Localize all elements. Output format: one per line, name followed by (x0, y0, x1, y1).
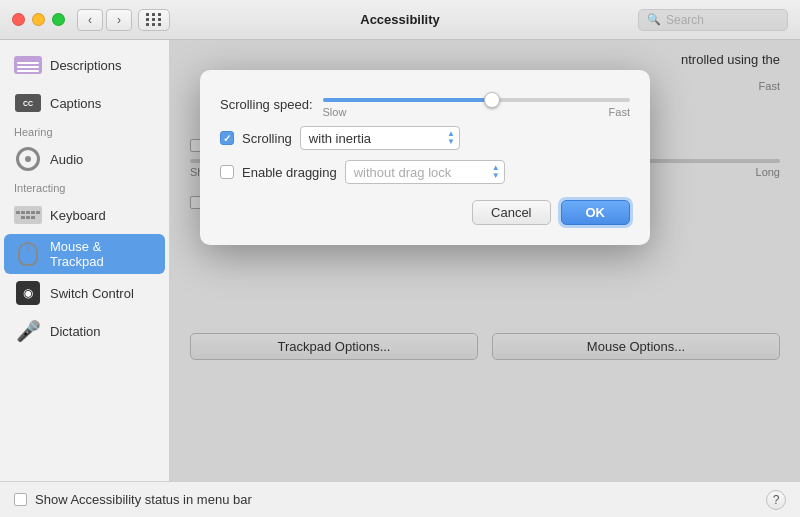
select-arrows-icon: ▲ ▼ (447, 130, 455, 146)
window-title: Accessibility (360, 12, 440, 27)
scrolling-row: Scrolling with inertia ▲ ▼ (220, 126, 630, 150)
status-bar: Show Accessibility status in menu bar ? (0, 481, 800, 517)
drag-select-arrows-icon: ▲ ▼ (492, 164, 500, 180)
sidebar-item-descriptions[interactable]: Descriptions (4, 46, 165, 84)
back-button[interactable]: ‹ (77, 9, 103, 31)
speed-labels: Slow Fast (323, 106, 631, 118)
maximize-button[interactable] (52, 13, 65, 26)
search-icon: 🔍 (647, 13, 661, 26)
scrolling-checkbox[interactable] (220, 131, 234, 145)
modal-dialog: Scrolling speed: Slow Fast (200, 70, 650, 245)
grid-icon (146, 13, 162, 26)
sidebar-item-label: Captions (50, 96, 101, 111)
search-placeholder: Search (666, 13, 704, 27)
sidebar-item-label: Dictation (50, 324, 101, 339)
sidebar-item-captions[interactable]: Captions (4, 84, 165, 122)
status-checkbox[interactable] (14, 493, 27, 506)
status-text: Show Accessibility status in menu bar (35, 492, 252, 507)
drag-option-label: without drag lock (354, 165, 452, 180)
speed-slider-thumb[interactable] (484, 92, 500, 108)
modal-buttons: Cancel OK (220, 200, 630, 225)
scrolling-select[interactable]: with inertia ▲ ▼ (300, 126, 460, 150)
drag-select[interactable]: without drag lock ▲ ▼ (345, 160, 505, 184)
dictation-icon: 🎤 (14, 317, 42, 345)
speed-slider-fill (323, 98, 492, 102)
nav-buttons: ‹ › (77, 9, 132, 31)
section-hearing: Hearing (0, 122, 169, 140)
slow-label: Slow (323, 106, 347, 118)
cancel-button[interactable]: Cancel (472, 200, 550, 225)
sidebar: Descriptions Captions Hearing Audio Inte… (0, 40, 170, 481)
speed-slider-track[interactable] (323, 98, 631, 102)
sidebar-item-label: Mouse & Trackpad (50, 239, 155, 269)
enable-dragging-row: Enable dragging without drag lock ▲ ▼ (220, 160, 630, 184)
ok-button[interactable]: OK (561, 200, 631, 225)
grid-view-button[interactable] (138, 9, 170, 31)
sidebar-item-audio[interactable]: Audio (4, 140, 165, 178)
descriptions-icon (14, 51, 42, 79)
scrolling-label: Scrolling (242, 131, 292, 146)
scrolling-option-label: with inertia (309, 131, 371, 146)
audio-icon (14, 145, 42, 173)
sidebar-item-label: Keyboard (50, 208, 106, 223)
help-button[interactable]: ? (766, 490, 786, 510)
sidebar-item-label: Audio (50, 152, 83, 167)
forward-button[interactable]: › (106, 9, 132, 31)
enable-dragging-checkbox[interactable] (220, 165, 234, 179)
main-layout: Descriptions Captions Hearing Audio Inte… (0, 40, 800, 481)
speed-slider-container: Slow Fast (323, 90, 631, 118)
minimize-button[interactable] (32, 13, 45, 26)
search-box[interactable]: 🔍 Search (638, 9, 788, 31)
speed-row: Scrolling speed: Slow Fast (220, 90, 630, 118)
sidebar-item-dictation[interactable]: 🎤 Dictation (4, 312, 165, 350)
enable-dragging-label: Enable dragging (242, 165, 337, 180)
titlebar: ‹ › Accessibility 🔍 Search (0, 0, 800, 40)
fast-label: Fast (609, 106, 630, 118)
sidebar-item-keyboard[interactable]: Keyboard (4, 196, 165, 234)
speed-label: Scrolling speed: (220, 97, 313, 112)
traffic-lights (12, 13, 65, 26)
sidebar-item-mouse-trackpad[interactable]: Mouse & Trackpad (4, 234, 165, 274)
content-area: ntrolled using the Spring-loading delay:… (170, 40, 800, 481)
sidebar-item-label: Switch Control (50, 286, 134, 301)
section-interacting: Interacting (0, 178, 169, 196)
captions-icon (14, 89, 42, 117)
modal-overlay: Scrolling speed: Slow Fast (170, 40, 800, 481)
switch-control-icon (14, 279, 42, 307)
close-button[interactable] (12, 13, 25, 26)
sidebar-item-label: Descriptions (50, 58, 122, 73)
mouse-trackpad-icon (14, 240, 42, 268)
keyboard-icon (14, 201, 42, 229)
sidebar-item-switch-control[interactable]: Switch Control (4, 274, 165, 312)
